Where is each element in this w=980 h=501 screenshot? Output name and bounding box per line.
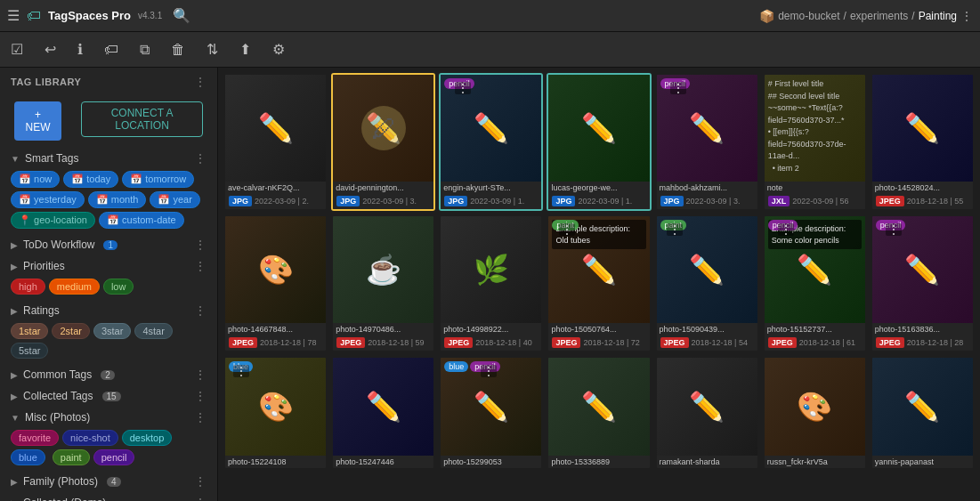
tag-geo-location[interactable]: 📍 geo-location: [11, 212, 95, 229]
photo-meta: JPG 2022-03-09 | 3.: [657, 194, 757, 209]
photo-item[interactable]: ✏️ Example description: Old tubes paint …: [547, 214, 651, 352]
collected-demo-section[interactable]: ▶ Collected (Demo) ⋮: [0, 492, 217, 501]
photo-item[interactable]: ✏️ lucas-george-we... JPG 2022-03-09 | 1…: [547, 73, 651, 211]
photo-name: photo-15224108: [225, 456, 326, 468]
tag-more-btn[interactable]: ⋮: [233, 365, 249, 377]
family-count: 4: [107, 477, 121, 487]
tag-desktop[interactable]: desktop: [122, 430, 173, 446]
tag-more-btn[interactable]: ⋮: [886, 223, 902, 236]
photo-item[interactable]: ✏️ photo-14528024... JPEG 2018-12-18 | 5…: [871, 73, 975, 211]
tag-more-btn[interactable]: ⋮: [455, 82, 471, 94]
tag-medium[interactable]: medium: [49, 279, 100, 295]
menu-icon[interactable]: ☰: [7, 7, 20, 24]
family-more[interactable]: ⋮: [194, 474, 207, 489]
photo-name: photo-15090439...: [657, 323, 757, 335]
tag-2star[interactable]: 2star: [52, 323, 89, 339]
todo-more[interactable]: ⋮: [194, 238, 207, 252]
connect-location-button[interactable]: CONNECT A LOCATION: [81, 101, 203, 137]
photo-item[interactable]: ✏️ Example description: Some color penci…: [763, 214, 867, 352]
todo-workflow-section[interactable]: ▶ ToDo Workflow 1 ⋮: [0, 234, 217, 255]
photo-grid-container: ✏️ ave-calvar-nKF2Q... JPG 2022-03-09 | …: [218, 68, 980, 501]
folder2-link[interactable]: Painting: [919, 10, 957, 22]
photo-item[interactable]: 🎨 russn_fckr-krV5a: [763, 356, 867, 470]
photo-item[interactable]: ✏️ 🖊 david-pennington... JPG 2022-03-09 …: [331, 73, 435, 211]
photo-item[interactable]: ✏️ yannis-papanast: [871, 356, 975, 470]
breadcrumb-more-icon[interactable]: ⋮: [960, 9, 973, 23]
tag-more-btn[interactable]: ⋮: [481, 365, 497, 377]
tag-4star[interactable]: 4star: [134, 323, 172, 339]
tag-month[interactable]: 📅 month: [88, 191, 147, 208]
info-button[interactable]: ℹ: [74, 37, 86, 61]
tag-more-btn[interactable]: ⋮: [778, 223, 794, 236]
ratings-more[interactable]: ⋮: [194, 303, 207, 318]
tag-tomorrow[interactable]: 📅 tomorrow: [122, 171, 194, 188]
tag-now[interactable]: 📅 now: [11, 171, 60, 188]
family-photos-section[interactable]: ▶ Family (Photos) 4 ⋮: [0, 471, 217, 492]
photo-item[interactable]: 🎨 blue ⋮ photo-15224108: [223, 356, 328, 470]
tag-yesterday[interactable]: 📅 yesterday: [11, 191, 85, 208]
common-tags-section[interactable]: ▶ Common Tags 2 ⋮: [0, 364, 217, 385]
tag-3star[interactable]: 3star: [93, 323, 131, 339]
ratings-section[interactable]: ▶ Ratings ⋮: [0, 300, 217, 321]
todo-label: ToDo Workflow: [23, 238, 94, 251]
tag-high[interactable]: high: [11, 279, 45, 295]
tag-year[interactable]: 📅 year: [150, 191, 199, 208]
collected-demo-more[interactable]: ⋮: [194, 496, 207, 501]
folder1-link[interactable]: experiments: [850, 10, 908, 22]
copy-button[interactable]: ⧉: [136, 38, 153, 61]
tag-favorite[interactable]: favorite: [11, 430, 59, 446]
misc-photos-section[interactable]: ▼ Misc (Photos) ⋮: [0, 407, 217, 428]
ratings-arrow: ▶: [11, 306, 18, 316]
smart-tags-section[interactable]: ▼ Smart Tags ⋮: [0, 148, 217, 169]
priorities-section[interactable]: ▶ Priorities ⋮: [0, 255, 217, 277]
tag-5star[interactable]: 5star: [11, 343, 48, 359]
photo-item[interactable]: ✏️ photo-15247446: [331, 356, 435, 470]
misc-photos-more[interactable]: ⋮: [194, 410, 207, 424]
smart-tags-more[interactable]: ⋮: [194, 151, 207, 166]
photo-item[interactable]: # First level title## Second level title…: [763, 73, 867, 211]
todo-count: 1: [103, 240, 117, 250]
priorities-arrow: ▶: [11, 262, 18, 271]
trash-button[interactable]: 🗑: [167, 38, 189, 61]
bucket-dropdown[interactable]: demo-bucket: [778, 10, 839, 22]
return-button[interactable]: ↩: [41, 37, 60, 61]
upload-button[interactable]: ⬆: [236, 37, 255, 61]
tag-today[interactable]: 📅 today: [63, 171, 118, 188]
common-tags-more[interactable]: ⋮: [194, 368, 207, 382]
settings-button[interactable]: ⚙: [269, 37, 288, 61]
photo-item[interactable]: 🌿 photo-14998922... JPEG 2018-12-18 | 40: [439, 214, 543, 352]
sidebar-header: TAG LIBRARY ⋮: [0, 68, 217, 94]
tag-low[interactable]: low: [103, 279, 134, 295]
photo-date: 2018-12-18 | 78: [260, 338, 316, 347]
tag-blue[interactable]: blue: [11, 449, 45, 465]
tag-paint[interactable]: paint: [53, 449, 90, 465]
photo-date: 2022-03-09 | 3.: [362, 197, 417, 206]
photo-item[interactable]: ✏️ ramakant-sharda: [655, 356, 759, 470]
collected-tags-more[interactable]: ⋮: [194, 389, 207, 403]
search-icon[interactable]: 🔍: [173, 7, 190, 24]
sidebar-more-icon[interactable]: ⋮: [194, 75, 207, 89]
photo-item[interactable]: ✏️ pencil ⋮ mahbod-akhzami... JPG 2022-0…: [655, 73, 759, 211]
tag-custom-date[interactable]: 📅 custom-date: [99, 212, 184, 229]
photo-item[interactable]: ✏️ ave-calvar-nKF2Q... JPG 2022-03-09 | …: [223, 73, 328, 211]
tag-more-btn[interactable]: ⋮: [670, 82, 686, 94]
tag-more-btn[interactable]: ⋮: [559, 223, 575, 236]
tag-nice-shot[interactable]: nice-shot: [62, 430, 118, 446]
tag-pencil[interactable]: pencil: [93, 449, 135, 465]
tag-button[interactable]: 🏷: [101, 38, 122, 61]
photo-item[interactable]: ✏️ pencil ⋮ photo-15163836... JPEG 2018-…: [871, 214, 975, 352]
photo-item[interactable]: ✏️ paint ⋮ photo-15090439... JPEG 2018-1…: [655, 214, 759, 352]
sort-button[interactable]: ⇅: [203, 37, 222, 61]
photo-item[interactable]: ✏️ photo-15336889: [547, 356, 651, 470]
photo-date: 2022-03-09 | 1.: [470, 197, 524, 206]
collected-tags-section[interactable]: ▶ Collected Tags 15 ⋮: [0, 385, 217, 407]
tag-1star[interactable]: 1star: [11, 323, 48, 339]
check-all-button[interactable]: ☑: [7, 37, 27, 61]
photo-item[interactable]: 🎨 photo-14667848... JPEG 2018-12-18 | 78: [223, 214, 328, 352]
photo-item[interactable]: ☕ photo-14970486... JPEG 2018-12-18 | 59: [331, 214, 435, 352]
new-button[interactable]: + NEW: [14, 101, 61, 141]
tag-more-btn[interactable]: ⋮: [667, 223, 683, 236]
photo-item[interactable]: ✏️ blue pencil ⋮ photo-15299053: [439, 356, 543, 470]
priorities-more[interactable]: ⋮: [194, 259, 207, 273]
photo-item[interactable]: ✏️ pencil ⋮ engin-akyurt-STe... JPG 2022…: [439, 73, 543, 211]
